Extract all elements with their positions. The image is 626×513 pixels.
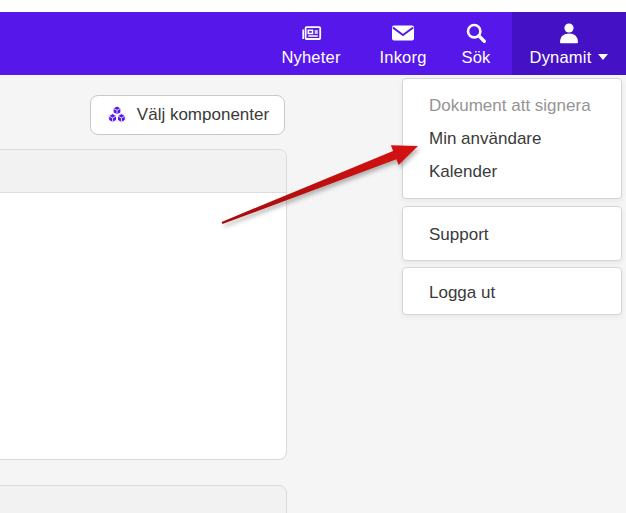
nav-label-inkorg: Inkorg (379, 49, 426, 66)
nav-label-sok: Sök (461, 49, 490, 66)
menu-item-kalender[interactable]: Kalender (403, 155, 621, 188)
nav-item-sok[interactable]: Sök (450, 12, 502, 75)
content-panel (0, 149, 287, 460)
top-navbar: Nyheter Inkorg Sök Dynamit (0, 12, 626, 75)
cubes-icon (106, 105, 128, 125)
envelope-icon (391, 21, 415, 45)
user-dropdown-menu: Dokument att signera Min användare Kalen… (402, 78, 622, 199)
app-page: { "navbar": { "items": [ {"label": "Nyhe… (0, 0, 626, 513)
menu-item-logga-ut[interactable]: Logga ut (403, 276, 621, 309)
nav-item-dynamit-user-menu[interactable]: Dynamit (512, 12, 626, 75)
user-dropdown-menu-group-2: Support (402, 206, 622, 261)
menu-item-support[interactable]: Support (403, 218, 621, 251)
search-icon (465, 21, 487, 45)
choose-components-label: Välj komponenter (137, 105, 269, 125)
menu-item-dokument-att-signera[interactable]: Dokument att signera (403, 89, 621, 122)
user-icon (558, 21, 580, 45)
nav-item-inkorg[interactable]: Inkorg (365, 12, 441, 75)
content-panel-header (0, 150, 286, 193)
user-dropdown-menu-group-3: Logga ut (402, 267, 622, 315)
nav-item-nyheter[interactable]: Nyheter (269, 12, 353, 75)
menu-item-min-anvandare[interactable]: Min användare (403, 122, 621, 155)
newspaper-icon (299, 21, 323, 45)
nav-label-dynamit: Dynamit (530, 49, 592, 66)
nav-label-nyheter: Nyheter (281, 49, 340, 66)
content-panel-lower-header (0, 485, 287, 513)
top-white-strip (0, 0, 626, 12)
chevron-down-icon (598, 54, 608, 60)
choose-components-button[interactable]: Välj komponenter (90, 95, 285, 135)
